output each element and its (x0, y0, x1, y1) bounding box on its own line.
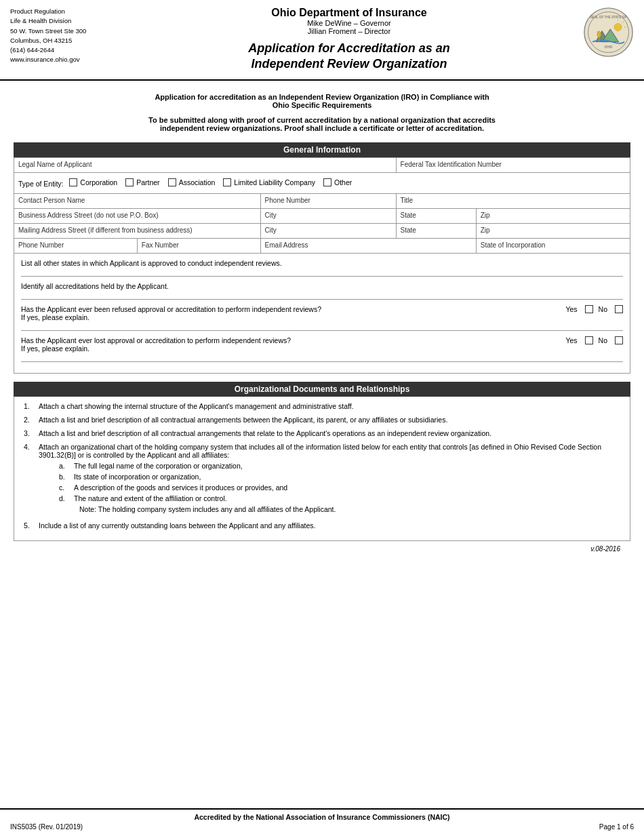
association-checkbox[interactable] (168, 178, 176, 186)
sub-d-text: The nature and extent of the affiliation… (74, 494, 227, 502)
item5-num: 5. (24, 521, 39, 530)
sub-item-c: c. A description of the goods and servic… (59, 483, 620, 492)
question-4: Has the Applicant ever lost approval or … (21, 336, 623, 362)
q4-text: Has the Applicant ever lost approval or … (21, 336, 565, 344)
other-label: Other (334, 178, 352, 186)
address-line5: (614) 644-2644 (10, 46, 54, 54)
fax-label: Fax Number (142, 241, 179, 249)
question-3: Has the Applicant ever been refused appr… (21, 305, 623, 331)
sub-item-b: b. Its state of incorporation or organiz… (59, 473, 620, 481)
mailing-zip-label: Zip (481, 226, 490, 234)
business-city-cell: City (260, 208, 396, 223)
table-row-business-address: Business Address Street (do not use P.O.… (14, 208, 630, 223)
q4-text-block: Has the Applicant ever lost approval or … (21, 336, 565, 353)
association-label: Association (179, 178, 216, 186)
version-line: v.08-2016 (14, 541, 630, 555)
contact-cell: Contact Person Name (14, 193, 261, 208)
sub-a-text: The full legal name of the corporation o… (74, 462, 243, 470)
item4-num: 4. (24, 443, 39, 516)
business-state-cell: State (396, 208, 476, 223)
q3-yes-checkbox[interactable] (585, 305, 593, 313)
sub-d-letter: d. (59, 494, 74, 502)
phone-cell: Phone Number (260, 193, 396, 208)
business-address-cell: Business Address Street (do not use P.O.… (14, 208, 261, 223)
ohio-seal-icon: SEAL OF THE STATE OF OHIO (583, 7, 634, 58)
q4-no-label: No (599, 336, 607, 344)
partner-label: Partner (136, 178, 159, 186)
table-row-mailing-address: Mailing Address Street (if different fro… (14, 223, 630, 238)
business-address-label: Business Address Street (do not use P.O.… (18, 212, 159, 219)
checkbox-corporation[interactable]: Corporation (69, 178, 117, 186)
svg-text:OHIO: OHIO (605, 45, 613, 49)
email-label: Email Address (265, 241, 308, 249)
q1-answer-line (21, 270, 623, 277)
checkbox-other[interactable]: Other (323, 178, 352, 186)
footer-bar: Accredited by the National Association o… (0, 808, 644, 834)
entity-type-label: Type of Entity: (18, 180, 64, 188)
corporation-label: Corporation (80, 178, 117, 186)
partner-checkbox[interactable] (125, 178, 134, 186)
checkbox-llc[interactable]: Limited Liability Company (223, 178, 315, 186)
checkbox-association[interactable]: Association (168, 178, 216, 186)
proof-line2: independent review organizations. Proof … (14, 124, 630, 132)
sub-c-text: A description of the goods and services … (74, 483, 287, 492)
checkbox-partner[interactable]: Partner (125, 178, 159, 186)
q3-no-label: No (599, 305, 607, 313)
title-label: Title (401, 197, 414, 204)
other-checkbox[interactable] (323, 178, 331, 186)
item2-num: 2. (24, 416, 39, 424)
address-line2: Life & Health Division (10, 17, 71, 24)
proof-block: To be submitted along with proof of curr… (14, 116, 630, 132)
fed-tax-label: Federal Tax Identification Number (401, 161, 502, 168)
page-number: Page 1 of 6 (599, 823, 634, 831)
corporation-checkbox[interactable] (69, 178, 77, 186)
llc-checkbox[interactable] (223, 178, 231, 186)
q3-yes-no: Yes No (565, 305, 623, 313)
seal-area: SEAL OF THE STATE OF OHIO (566, 7, 634, 58)
mailing-zip-cell: Zip (476, 223, 630, 238)
table-row-legal-name: Legal Name of Applicant Federal Tax Iden… (14, 157, 630, 172)
subtitle-block: Application for accreditation as an Inde… (14, 93, 630, 109)
sub-b-text: Its state of incorporation or organizati… (74, 473, 201, 481)
business-city-label: City (265, 212, 277, 219)
table-row-contact: Contact Person Name Phone Number Title (14, 193, 630, 208)
mailing-address-cell: Mailing Address Street (if different fro… (14, 223, 261, 238)
llc-label: Limited Liability Company (234, 178, 315, 186)
phone-label: Phone Number (265, 197, 310, 204)
fax-cell: Fax Number (137, 238, 260, 253)
note-text: Note: The holding company system include… (79, 505, 620, 513)
q4-yes-checkbox[interactable] (585, 336, 593, 344)
q4-answer-line (21, 355, 623, 362)
q3-no-checkbox[interactable] (615, 305, 623, 313)
form-number: INS5035 (Rev. 01/2019) (10, 823, 83, 831)
general-info-header: General Information (14, 142, 630, 157)
footer-row: INS5035 (Rev. 01/2019) Page 1 of 6 (10, 823, 634, 831)
org-item-1: 1. Attach a chart showing the internal s… (24, 402, 620, 410)
svg-text:SEAL OF THE STATE OF: SEAL OF THE STATE OF (590, 16, 627, 19)
sub-list: a. The full legal name of the corporatio… (59, 462, 620, 502)
q2-answer-line (21, 293, 623, 300)
legal-name-cell: Legal Name of Applicant (14, 157, 397, 172)
item1-text: Attach a chart showing the internal stru… (39, 402, 620, 410)
governor-line: Mike DeWine – Governor (132, 19, 566, 27)
entity-type-cell: Type of Entity: Corporation Partner (14, 172, 630, 193)
q1-text: List all other states in which Applicant… (21, 259, 623, 267)
question-2: Identify all accreditations held by the … (21, 282, 623, 300)
item3-text: Attach a list and brief description of a… (39, 429, 620, 437)
address-block: Product Regulation Life & Health Divisio… (10, 7, 132, 65)
q4-yes-no: Yes No (565, 336, 623, 344)
org-item-4: 4. Attach an organizational chart of the… (24, 443, 620, 516)
q4-no-checkbox[interactable] (615, 336, 623, 344)
app-title: Application for Accreditation as an Inde… (132, 41, 566, 73)
q3-text: Has the Applicant ever been refused appr… (21, 305, 565, 313)
dept-name: Ohio Department of Insurance (132, 7, 566, 19)
contact-label: Contact Person Name (18, 197, 85, 204)
subtitle-line2: Ohio Specific Requirements (14, 101, 630, 109)
q4-yes-label: Yes (565, 336, 577, 344)
sub-item-d: d. The nature and extent of the affiliat… (59, 494, 620, 502)
sub-b-letter: b. (59, 473, 74, 481)
item3-num: 3. (24, 429, 39, 437)
business-zip-cell: Zip (476, 208, 630, 223)
org-item-5: 5. Include a list of any currently outst… (24, 521, 620, 530)
q3-row: Has the Applicant ever been refused appr… (21, 305, 623, 321)
